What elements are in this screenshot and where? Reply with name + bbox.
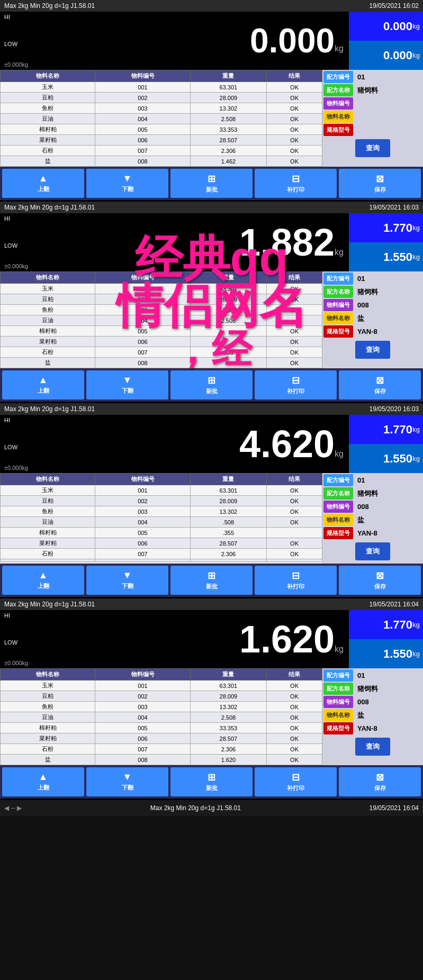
toolbar-btn-1[interactable]: ▼ 下翻 [86, 169, 168, 198]
info-value: 猪饲料 [354, 287, 422, 297]
info-row: 配方编号01 [323, 669, 422, 682]
btn-label-0: 上翻 [38, 387, 49, 395]
table-header: 结果 [267, 272, 322, 284]
toolbar-btn-2[interactable]: ⊞ 新批 [170, 767, 253, 796]
table-cell: OK [267, 284, 322, 294]
table-cell: OK [267, 103, 322, 114]
toolbar-btn-4[interactable]: ⊠ 保存 [339, 370, 421, 400]
toolbar-btn-2[interactable]: ⊞ 新批 [170, 370, 253, 400]
toolbar-btn-0[interactable]: ▲ 上翻 [2, 566, 84, 595]
btn-icon-2: ⊞ [208, 375, 215, 386]
toolbar-btn-1[interactable]: ▼ 下翻 [86, 370, 168, 400]
btn-label-0: 上翻 [38, 185, 49, 193]
table-cell: 33.353 [190, 723, 266, 733]
table-cell: OK [267, 114, 322, 124]
query-button[interactable]: 查询 [355, 542, 390, 560]
info-row: 规格型号 [323, 124, 422, 136]
table-cell: OK [267, 517, 322, 528]
query-button[interactable]: 查询 [355, 341, 390, 359]
table-header: 重量 [190, 70, 266, 82]
info-label: 规格型号 [323, 527, 353, 539]
table-cell: OK [267, 146, 322, 156]
table-cell: OK [267, 744, 322, 755]
table-cell: .355 [190, 528, 266, 538]
info-label: 物料编号 [323, 97, 353, 110]
status-left: Max 2kg Min 20g d=1g J1.58.01 [4, 2, 95, 10]
table-row: 鱼粉00313.302OK [1, 103, 322, 114]
table-cell: 豆粕 [1, 691, 95, 702]
toolbar-btn-0[interactable]: ▲ 上翻 [2, 370, 84, 400]
info-value: 008 [354, 698, 422, 706]
table-cell: 1.462 [190, 156, 266, 167]
toolbar-btn-2[interactable]: ⊞ 新批 [170, 169, 253, 198]
btn-icon-3: ⊟ [292, 173, 300, 185]
table-cell: 玉米 [1, 82, 95, 93]
info-row: 配方编号01 [323, 474, 422, 486]
table-row: 豆油0042.508 [1, 315, 322, 326]
info-row: 配方名称猪饲料 [323, 84, 422, 96]
zero-indicator: ±0.000kg [4, 660, 28, 666]
info-row: 物料名称盐 [323, 709, 422, 721]
bottom-status-text: Max 2kg Min 20g d=1g J1.58.01 [150, 804, 241, 812]
info-value: 008 [354, 503, 422, 511]
info-row: 配方名称猪饲料 [323, 286, 422, 298]
table-cell: 鱼粉 [1, 702, 95, 712]
toolbar-btn-3[interactable]: ⊟ 补打印 [255, 169, 337, 198]
weight-unit: kg [335, 248, 344, 257]
status-left: Max 2kg Min 20g d=1g J1.58.01 [4, 405, 95, 413]
btn-icon-3: ⊟ [292, 772, 300, 783]
toolbar-btn-2[interactable]: ⊞ 新批 [170, 566, 253, 595]
query-button[interactable]: 查询 [355, 139, 390, 157]
zero-indicator: ±0.000kg [4, 263, 28, 269]
table-row [1, 559, 322, 562]
table-cell: 28.507 [190, 538, 266, 549]
toolbar-btn-3[interactable]: ⊟ 补打印 [255, 370, 337, 400]
table-cell [190, 358, 266, 368]
table-cell: 003 [95, 103, 190, 114]
toolbar-btn-4[interactable]: ⊠ 保存 [339, 566, 421, 595]
table-header: 物料编号 [95, 669, 190, 680]
btn-label-1: 下翻 [122, 582, 133, 590]
table-cell: 13.302 [190, 103, 266, 114]
table-cell [190, 337, 266, 347]
toolbar-btn-3[interactable]: ⊟ 补打印 [255, 566, 337, 595]
data-table: 物料名称物料编号重量结果玉米00163.301OK豆粕00228.009OK鱼粉… [0, 271, 322, 368]
status-left: Max 2kg Min 20g d=1g J1.58.01 [4, 204, 95, 211]
toolbar-btn-1[interactable]: ▼ 下翻 [86, 767, 168, 796]
table-cell: 菜籽粕 [1, 538, 95, 549]
toolbar-btn-1[interactable]: ▼ 下翻 [86, 566, 168, 595]
table-cell [1, 559, 95, 562]
toolbar-btn-3[interactable]: ⊟ 补打印 [255, 767, 337, 796]
table-row: 玉米00163.301OK [1, 284, 322, 294]
table-section: 物料名称物料编号重量结果玉米00163.301OK豆粕00228.009OK鱼粉… [0, 70, 423, 167]
info-label: 规格型号 [323, 722, 353, 734]
table-cell: 306 [190, 347, 266, 358]
btn-label-3: 补打印 [287, 387, 304, 395]
table-cell: 63.301 [190, 82, 266, 93]
info-value: 猪饲料 [354, 86, 422, 95]
table-row: 棉籽粕00533.353OK [1, 723, 322, 733]
toolbar-btn-0[interactable]: ▲ 上翻 [2, 169, 84, 198]
info-label: 物料名称 [323, 709, 353, 721]
info-label: 规格型号 [323, 124, 353, 136]
info-value: 猪饲料 [354, 489, 422, 498]
btn-icon-2: ⊞ [208, 570, 215, 582]
toolbar-btn-0[interactable]: ▲ 上翻 [2, 767, 84, 796]
table-row: 鱼粉00313.302OK [1, 506, 322, 517]
table-row: 玉米00163.301OK [1, 82, 322, 93]
table-cell: OK [267, 755, 322, 765]
table-cell [267, 315, 322, 326]
info-row: 物料编号008 [323, 501, 422, 513]
info-panel: 配方编号01配方名称猪饲料物料编号008物料名称盐规格型号YAN-8查询 [322, 271, 423, 368]
weight-value: 1.882 [239, 223, 335, 261]
btn-icon-4: ⊠ [376, 375, 384, 386]
low-label: LOW [4, 444, 17, 450]
status-bar: Max 2kg Min 20g d=1g J1.58.01 19/05/2021… [0, 0, 423, 12]
info-row: 配方名称猪饲料 [323, 487, 422, 500]
table-cell: 菜籽粕 [1, 135, 95, 146]
low-value-box: 1.550kg [349, 639, 423, 668]
toolbar-btn-4[interactable]: ⊠ 保存 [339, 767, 421, 796]
table-cell: 001 [95, 82, 190, 93]
toolbar-btn-4[interactable]: ⊠ 保存 [339, 169, 421, 198]
query-button[interactable]: 查询 [355, 738, 390, 756]
